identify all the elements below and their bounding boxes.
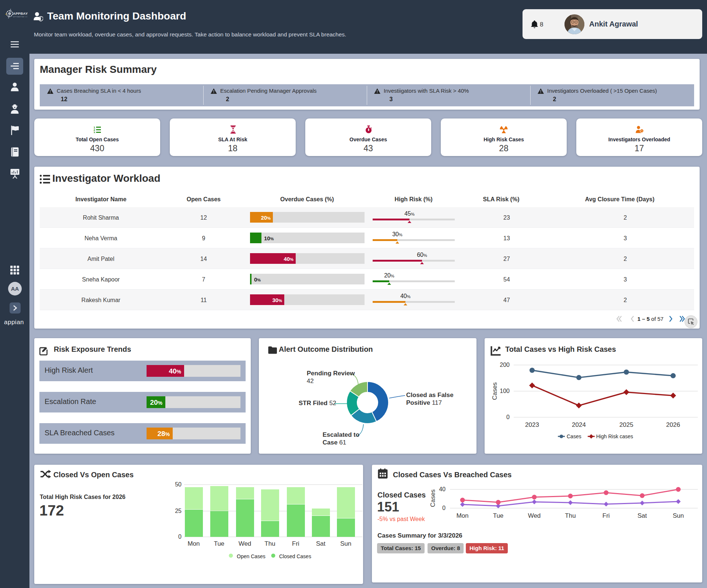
svg-text:APPSMARTBAY CO: APPSMARTBAY CO	[13, 16, 28, 18]
svg-text:3: 3	[94, 131, 95, 133]
svg-text:APPBAY: APPBAY	[13, 11, 28, 15]
svg-text:<: <	[5, 13, 7, 16]
